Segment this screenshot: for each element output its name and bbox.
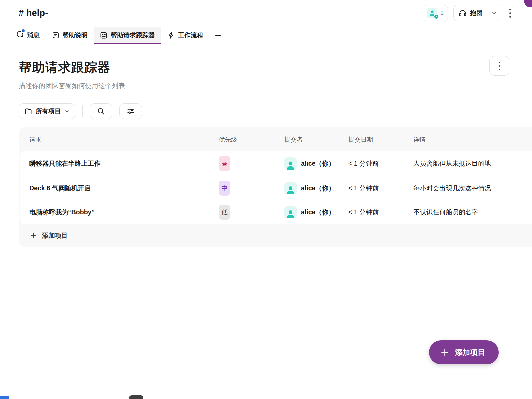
view-filter-button[interactable]: 所有项目 — [19, 103, 75, 119]
add-item-fab[interactable]: 添加项目 — [429, 340, 499, 364]
headphones-icon — [458, 9, 467, 17]
table-row[interactable]: 电脑称呼我为“Bobby” 低 alice（你） < 1 分钟前 不认识任何船员… — [20, 200, 532, 224]
members-button[interactable]: z 1 — [423, 5, 448, 21]
submitter-name: alice（你） — [301, 208, 335, 217]
table-row[interactable]: Deck 6 气阀随机开启 中 alice（你） < 1 分钟前 每小时会出现几… — [20, 176, 532, 200]
request-title: 瞬移器只能在半路上工作 — [29, 159, 219, 168]
bottom-dark-fragment — [129, 395, 143, 399]
filter-settings-button[interactable] — [119, 103, 142, 119]
request-table: 请求 优先级 提交者 提交日期 详情 瞬移器只能在半路上工作 高 alice（你… — [19, 127, 532, 247]
list-options-button[interactable] — [489, 56, 509, 76]
page-title: 帮助请求跟踪器 — [19, 59, 111, 76]
priority-badge: 低 — [219, 205, 230, 220]
column-header-priority[interactable]: 优先级 — [219, 135, 284, 144]
tab-label: 帮助说明 — [63, 31, 88, 40]
huddle-label: 抱团 — [470, 9, 483, 17]
tab-tracker[interactable]: 帮助请求跟踪器 — [94, 27, 161, 44]
table-row[interactable]: 瞬移器只能在半路上工作 高 alice（你） < 1 分钟前 人员离船但从未抵达… — [20, 151, 532, 176]
tab-label: 消息 — [27, 31, 40, 40]
person-icon — [286, 185, 295, 194]
view-filter-label: 所有项目 — [36, 107, 61, 116]
sliders-icon — [126, 107, 135, 116]
submit-date: < 1 分钟前 — [348, 184, 413, 193]
folder-icon — [24, 107, 32, 115]
channel-title: # help- — [19, 8, 48, 18]
tab-label: 工作流程 — [178, 31, 203, 40]
avatar — [284, 206, 297, 218]
chevron-down-icon[interactable] — [491, 10, 498, 16]
channel-header: # help- z 1 抱团 — [0, 0, 532, 27]
request-title: Deck 6 气阀随机开启 — [29, 184, 219, 193]
person-icon — [286, 160, 295, 170]
column-header-date[interactable]: 提交日期 — [348, 135, 413, 144]
chat-bubble-icon — [16, 30, 24, 40]
submitter-cell: alice（你） — [284, 157, 348, 170]
tab-canvas[interactable]: 帮助说明 — [46, 27, 94, 44]
table-header-row: 请求 优先级 提交者 提交日期 详情 — [19, 127, 532, 151]
avatar — [284, 182, 297, 194]
header-controls: z 1 抱团 — [423, 5, 514, 21]
submitter-name: alice（你） — [301, 159, 335, 168]
add-tab-button[interactable] — [209, 27, 227, 44]
tab-bar: 消息 帮助说明 帮助请求跟踪器 工作流程 — [0, 27, 532, 44]
details-text: 不认识任何船员的名字 — [413, 208, 532, 217]
search-button[interactable] — [90, 103, 112, 119]
away-badge: z — [434, 14, 439, 19]
plus-icon — [214, 32, 222, 39]
submit-date: < 1 分钟前 — [348, 208, 413, 217]
huddle-button[interactable]: 抱团 — [453, 5, 501, 21]
app-window: # help- z 1 抱团 — [0, 0, 532, 399]
submitter-cell: alice（你） — [284, 206, 348, 218]
list-toolbar: 所有项目 — [19, 103, 142, 119]
avatar — [284, 157, 297, 170]
submit-date: < 1 分钟前 — [348, 159, 413, 168]
header-more-button[interactable] — [507, 5, 514, 21]
add-item-row-button[interactable]: 添加项目 — [20, 224, 68, 247]
submitter-name: alice（你） — [301, 184, 335, 193]
submitter-cell: alice（你） — [284, 182, 348, 194]
canvas-icon — [52, 31, 60, 39]
tab-messages[interactable]: 消息 — [10, 27, 46, 44]
plus-icon — [440, 348, 449, 357]
plus-icon — [30, 232, 37, 239]
person-icon — [286, 209, 295, 218]
kebab-icon — [496, 58, 503, 74]
member-avatar: z — [427, 8, 437, 18]
column-header-details[interactable]: 详情 — [413, 135, 532, 144]
column-header-submitter[interactable]: 提交者 — [284, 135, 348, 144]
checklist-icon — [100, 31, 108, 39]
page-subtitle[interactable]: 描述你的团队套餐如何使用这个列表 — [19, 81, 125, 90]
details-text: 每小时会出现几次这种情况 — [413, 184, 532, 193]
priority-badge: 中 — [219, 181, 230, 196]
table-rows-card: 瞬移器只能在半路上工作 高 alice（你） < 1 分钟前 人员离船但从未抵达… — [20, 151, 532, 224]
divider — [487, 8, 487, 18]
priority-badge: 高 — [219, 156, 230, 171]
search-icon — [97, 107, 105, 116]
bottom-blue-fragment — [0, 396, 9, 399]
notification-dot — [21, 29, 25, 33]
tab-workflow[interactable]: 工作流程 — [161, 27, 209, 44]
member-count: 1 — [440, 9, 444, 17]
details-text: 人员离船但从未抵达目的地 — [413, 159, 532, 168]
divider — [82, 105, 83, 117]
fab-label: 添加项目 — [455, 347, 485, 358]
request-title: 电脑称呼我为“Bobby” — [29, 208, 219, 217]
chevron-down-icon — [64, 108, 70, 114]
add-item-label: 添加项目 — [42, 231, 68, 240]
column-header-request[interactable]: 请求 — [29, 135, 219, 144]
tab-label: 帮助请求跟踪器 — [111, 31, 155, 40]
bolt-icon — [167, 31, 175, 39]
